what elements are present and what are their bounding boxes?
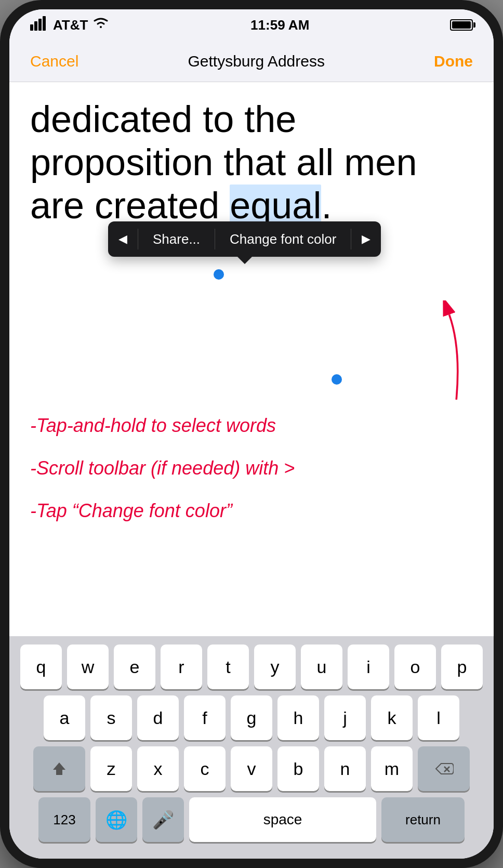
share-menu-item[interactable]: Share... (138, 221, 215, 257)
keyboard-row-2: a s d f g h j k l (15, 695, 488, 740)
key-d[interactable]: d (137, 695, 179, 740)
key-j[interactable]: j (324, 695, 366, 740)
keyboard-row-4: 123 🌐 🎤 space return (15, 797, 488, 842)
key-a[interactable]: a (44, 695, 85, 740)
phone-frame: AT&T 11:59 AM Cancel Gettysburg Addre (0, 0, 503, 868)
key-v[interactable]: v (231, 746, 272, 791)
key-w[interactable]: w (67, 645, 109, 689)
key-e[interactable]: e (114, 645, 155, 689)
key-n[interactable]: n (324, 746, 366, 791)
signal-icon (30, 16, 49, 34)
key-i[interactable]: i (348, 645, 389, 689)
key-p[interactable]: p (441, 645, 483, 689)
keyboard-row-3: z x c v b n m (15, 746, 488, 791)
battery-icon (450, 19, 473, 31)
instruction-arrow (421, 300, 473, 404)
key-o[interactable]: o (394, 645, 436, 689)
text-before: dedicated to the proposition that all me… (30, 98, 417, 226)
instructions: -Tap-and-hold to select words -Scroll to… (30, 415, 473, 543)
context-menu: ◀ Share... Change font color ▶ (108, 221, 381, 257)
key-f[interactable]: f (184, 695, 226, 740)
key-q[interactable]: q (20, 645, 62, 689)
status-left: AT&T (30, 16, 110, 34)
selection-handle-top (214, 269, 224, 280)
key-r[interactable]: r (161, 645, 202, 689)
status-time: 11:59 AM (250, 17, 309, 33)
key-b[interactable]: b (277, 746, 319, 791)
battery-fill (452, 21, 471, 29)
key-u[interactable]: u (301, 645, 342, 689)
key-h[interactable]: h (277, 695, 319, 740)
selected-word[interactable]: equal (230, 185, 321, 226)
return-key[interactable]: return (381, 797, 465, 842)
change-font-color-menu-item[interactable]: Change font color (215, 221, 351, 257)
cancel-button[interactable]: Cancel (30, 52, 78, 70)
wifi-icon (92, 17, 110, 34)
instruction-line-1: -Tap-and-hold to select words (30, 415, 473, 437)
text-after: . (321, 185, 332, 226)
svg-rect-2 (38, 19, 42, 31)
key-g[interactable]: g (231, 695, 272, 740)
delete-key[interactable] (418, 746, 470, 791)
instruction-line-3: -Tap “Change font color” (30, 500, 473, 522)
selection-handle-bottom (332, 374, 342, 385)
context-left-arrow[interactable]: ◀ (108, 221, 138, 257)
svg-rect-3 (43, 16, 46, 31)
space-key[interactable]: space (189, 797, 376, 842)
keyboard: q w e r t y u i o p a s d f g h j k (9, 636, 494, 859)
key-l[interactable]: l (418, 695, 459, 740)
nav-bar: Cancel Gettysburg Address Done (9, 41, 494, 82)
context-right-arrow[interactable]: ▶ (351, 221, 381, 257)
key-y[interactable]: y (254, 645, 296, 689)
key-s[interactable]: s (90, 695, 132, 740)
globe-key[interactable]: 🌐 (96, 797, 137, 842)
done-button[interactable]: Done (434, 52, 473, 70)
content-area: dedicated to the proposition that all me… (9, 82, 494, 636)
shift-key[interactable] (33, 746, 85, 791)
carrier-label: AT&T (53, 17, 88, 33)
document-title: Gettysburg Address (188, 52, 324, 70)
svg-rect-0 (30, 24, 33, 31)
key-c[interactable]: c (184, 746, 226, 791)
status-bar: AT&T 11:59 AM (9, 9, 494, 41)
key-123[interactable]: 123 (38, 797, 90, 842)
microphone-key[interactable]: 🎤 (142, 797, 184, 842)
status-right (450, 19, 473, 31)
instruction-line-2: -Scroll toolbar (if needed) with > (30, 457, 473, 479)
document-text[interactable]: dedicated to the proposition that all me… (30, 98, 473, 227)
keyboard-row-1: q w e r t y u i o p (15, 645, 488, 689)
key-m[interactable]: m (371, 746, 413, 791)
svg-rect-1 (34, 21, 37, 31)
key-k[interactable]: k (371, 695, 413, 740)
key-t[interactable]: t (207, 645, 249, 689)
key-z[interactable]: z (90, 746, 132, 791)
phone-inner: AT&T 11:59 AM Cancel Gettysburg Addre (9, 9, 494, 859)
key-x[interactable]: x (137, 746, 179, 791)
